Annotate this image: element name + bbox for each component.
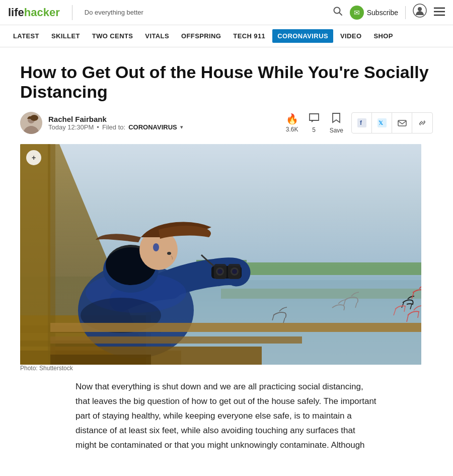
svg-text:𝕏: 𝕏 [379, 120, 383, 126]
twitter-share-button[interactable]: 𝕏 [372, 113, 392, 133]
fire-count: 3.6K [286, 126, 298, 133]
subscribe-button[interactable]: ✉ Subscribe [350, 6, 398, 20]
header-divider [405, 6, 406, 19]
nav-item-shop[interactable]: SHOP [368, 29, 398, 43]
svg-point-32 [167, 252, 171, 255]
nav-item-vitals[interactable]: VITALS [140, 29, 174, 43]
logo-hacker: hacker [24, 6, 60, 19]
subscribe-label: Subscribe [367, 9, 398, 17]
subscribe-icon: ✉ [350, 6, 364, 20]
save-button[interactable]: Save [325, 112, 348, 134]
svg-rect-10 [357, 118, 366, 127]
svg-rect-23 [221, 262, 421, 275]
copy-link-button[interactable] [412, 113, 432, 133]
bookmark-icon [332, 112, 341, 126]
hero-image-container: + Photo: Shutterstock [20, 144, 433, 372]
svg-point-39 [217, 269, 222, 274]
svg-rect-19 [20, 144, 50, 365]
filed-to-tag[interactable]: CORONAVIRUS [128, 123, 177, 131]
hero-illustration [20, 144, 421, 365]
site-logo[interactable]: lifehacker [8, 6, 60, 19]
comment-button[interactable]: 5 [304, 113, 325, 133]
svg-point-33 [153, 243, 159, 251]
email-share-button[interactable] [392, 113, 412, 133]
search-button[interactable] [333, 6, 343, 19]
logo-life: life [8, 6, 24, 19]
nav-item-two-cents[interactable]: TWO CENTS [87, 29, 138, 43]
svg-rect-56 [50, 355, 151, 365]
svg-rect-53 [50, 323, 421, 332]
article-body: Now that everything is shut down and we … [70, 380, 383, 452]
nav-item-latest[interactable]: LATEST [8, 29, 44, 43]
article-title: How to Get Out of the House While You're… [20, 62, 433, 102]
comment-icon [309, 113, 320, 125]
filed-to-label: Filed to: [102, 123, 125, 131]
svg-point-3 [418, 7, 422, 11]
facebook-share-button[interactable]: f [352, 113, 372, 133]
nav-item-video[interactable]: VIDEO [335, 29, 366, 43]
user-account-button[interactable] [413, 4, 427, 21]
fire-reaction-button[interactable]: 🔥 3.6K [281, 113, 304, 133]
site-header: lifehacker Do everything better ✉ Subscr… [0, 0, 453, 25]
share-buttons: f 𝕏 [351, 112, 433, 133]
svg-point-40 [232, 269, 237, 274]
article-container: How to Get Out of the House While You're… [0, 47, 453, 463]
expand-image-button[interactable]: + [26, 150, 41, 165]
svg-rect-54 [50, 336, 302, 344]
author-row: Rachel Fairbank Today 12:30PM • Filed to… [20, 112, 433, 134]
site-tagline: Do everything better [85, 9, 143, 16]
svg-rect-14 [398, 120, 406, 126]
fire-icon: 🔥 [286, 113, 298, 125]
chevron-down-icon[interactable]: ▾ [180, 124, 183, 130]
nav-item-offspring[interactable]: OFFSPRING [176, 29, 226, 43]
nav-item-coronavirus[interactable]: CORONAVIRUS [272, 29, 333, 43]
email-icon: ✉ [354, 9, 360, 17]
svg-line-1 [339, 13, 342, 15]
nav-item-tech-911[interactable]: TECH 911 [228, 29, 270, 43]
author-avatar [20, 112, 42, 134]
author-name[interactable]: Rachel Fairbank [48, 115, 183, 123]
logo-divider [72, 5, 72, 20]
nav-item-skillet[interactable]: SKILLET [46, 29, 85, 43]
save-label: Save [330, 127, 343, 134]
photo-credit: Photo: Shutterstock [20, 365, 433, 372]
article-body-paragraph: Now that everything is shut down and we … [76, 380, 378, 452]
hero-image: + [20, 144, 421, 365]
author-info: Rachel Fairbank Today 12:30PM • Filed to… [48, 115, 183, 131]
author-left: Rachel Fairbank Today 12:30PM • Filed to… [20, 112, 183, 134]
logo-area: lifehacker Do everything better [8, 5, 143, 20]
comment-count: 5 [312, 126, 316, 133]
header-right: ✉ Subscribe [333, 4, 445, 21]
author-meta: Today 12:30PM • Filed to: CORONAVIRUS ▾ [48, 123, 183, 131]
main-nav: LATEST SKILLET TWO CENTS VITALS OFFSPRIN… [0, 25, 453, 47]
separator-dot: • [97, 123, 99, 131]
publish-time: Today 12:30PM [48, 123, 94, 131]
hamburger-menu-button[interactable] [434, 6, 445, 19]
author-right: 🔥 3.6K 5 Save [281, 112, 433, 134]
